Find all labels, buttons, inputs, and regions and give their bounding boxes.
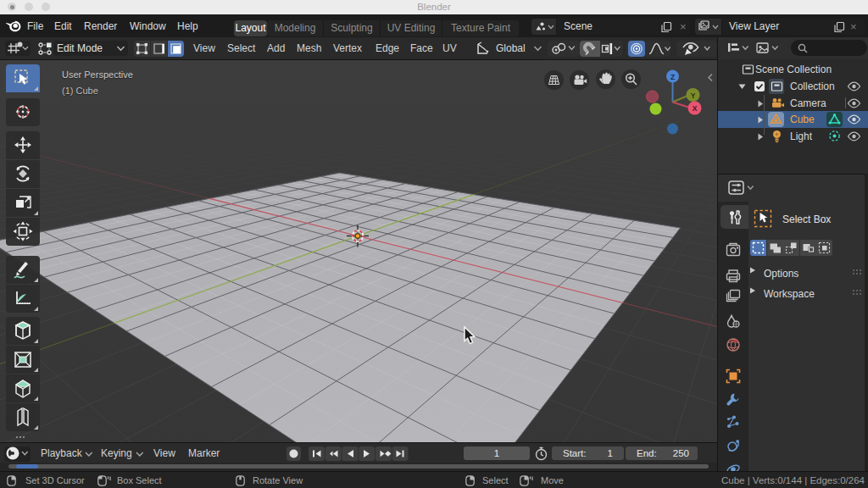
svg-text:Z: Z [670, 73, 675, 81]
svg-text:X: X [693, 104, 698, 113]
svg-text:Y: Y [691, 92, 696, 100]
